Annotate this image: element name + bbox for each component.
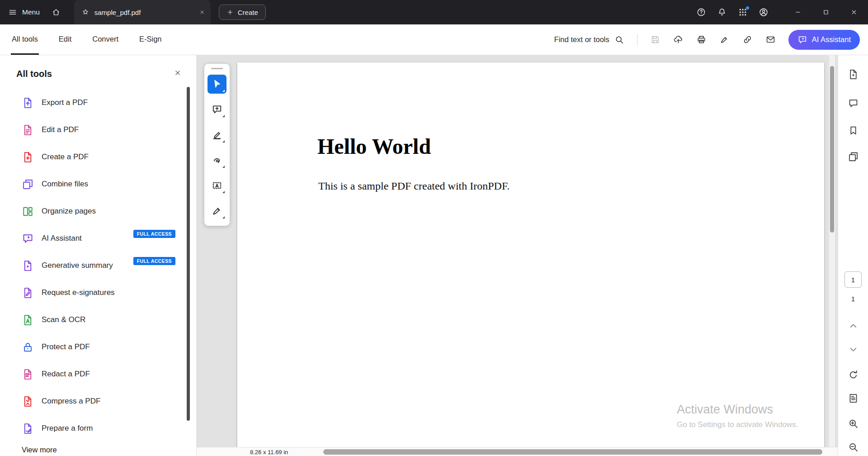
view-more-link[interactable]: View more	[0, 442, 196, 454]
document-tab[interactable]: sample_pdf.pdf	[74, 0, 211, 24]
sidebar-item-ai-assistant[interactable]: AI AssistantFULL ACCESS	[0, 225, 196, 252]
sidebar-item-label: Protect a PDF	[42, 342, 90, 352]
rotate-view-button[interactable]	[843, 365, 863, 385]
create-button[interactable]: Create	[219, 5, 266, 20]
bookmark-icon	[848, 125, 859, 136]
sidebar-item-organize-pages[interactable]: Organize pages	[0, 198, 196, 225]
request-signatures-icon	[22, 287, 34, 299]
star-icon	[81, 8, 90, 16]
notifications-button[interactable]	[712, 0, 732, 24]
pdf-body-text: This is a sample PDF created with IronPD…	[318, 180, 509, 192]
right-rail: 1 1	[838, 55, 868, 456]
page-number-input[interactable]: 1	[844, 271, 862, 288]
sidebar-item-label: Prepare a form	[42, 424, 93, 433]
find-text-or-tools-button[interactable]: Find text or tools	[554, 35, 624, 45]
sign-pen-icon	[719, 34, 730, 45]
horizontal-scrollbar-thumb[interactable]	[323, 449, 822, 455]
sidebar-item-generative-summary[interactable]: Generative summaryFULL ACCESS	[0, 252, 196, 279]
save-button[interactable]	[650, 34, 660, 45]
fill-sign-tool-icon	[211, 205, 223, 217]
toolbar-tab-convert[interactable]: Convert	[91, 24, 119, 55]
request-signature-button[interactable]	[719, 34, 730, 45]
toolbar-drag-handle[interactable]	[211, 68, 223, 69]
menu-button[interactable]: Menu	[8, 8, 40, 17]
panel-header: All tools	[0, 55, 196, 79]
tool-options-corner	[222, 140, 225, 142]
add-comment-tool-button[interactable]	[208, 100, 226, 119]
vertical-scrollbar-thumb[interactable]	[830, 66, 834, 233]
add-text-box-tool-button[interactable]	[208, 176, 226, 195]
share-link-button[interactable]	[742, 34, 753, 45]
toolbar-tab-all-tools[interactable]: All tools	[11, 24, 39, 55]
sidebar-item-prepare-a-form[interactable]: Prepare a form	[0, 415, 196, 442]
sidebar-item-request-e-signatures[interactable]: Request e-signatures	[0, 279, 196, 306]
tab-close-button[interactable]	[199, 9, 205, 15]
export-pdf-icon	[22, 97, 34, 109]
print-icon	[696, 34, 707, 45]
toolbar-tab-e-sign[interactable]: E-Sign	[138, 24, 163, 55]
tool-options-corner	[222, 191, 225, 193]
sidebar-item-scan-ocr[interactable]: Scan & OCR	[0, 306, 196, 333]
sidebar-item-label: Organize pages	[42, 207, 96, 216]
titlebar-right	[691, 0, 868, 24]
zoom-out-button[interactable]	[843, 437, 863, 456]
account-button[interactable]	[753, 0, 774, 24]
tool-options-corner	[222, 216, 225, 218]
fill-sign-tool-button[interactable]	[208, 201, 226, 220]
acrobat-window: Menu sample_pdf.pdf Create	[0, 0, 868, 456]
scan-ocr-icon	[22, 314, 34, 326]
sidebar-item-protect-a-pdf[interactable]: Protect a PDF	[0, 333, 196, 361]
generative-summary-button[interactable]	[843, 64, 863, 84]
page-size-label: 8.26 x 11.69 in	[250, 449, 288, 456]
menu-label: Menu	[22, 8, 40, 16]
window-controls	[784, 0, 868, 24]
sidebar-item-redact-a-pdf[interactable]: Redact a PDF	[0, 361, 196, 388]
close-window-button[interactable]	[840, 0, 868, 24]
rotate-icon	[848, 369, 859, 380]
sidebar-item-combine-files[interactable]: Combine files	[0, 171, 196, 198]
tab-title: sample_pdf.pdf	[94, 9, 194, 16]
save-to-cloud-button[interactable]	[673, 34, 684, 45]
apps-launcher-button[interactable]	[732, 0, 753, 24]
upload-cloud-icon	[673, 34, 684, 45]
titlebar: Menu sample_pdf.pdf Create	[0, 0, 868, 24]
sidebar-item-label: Compress a PDF	[42, 397, 100, 406]
close-icon	[199, 9, 205, 15]
sidebar-item-compress-a-pdf[interactable]: Compress a PDF	[0, 388, 196, 415]
previous-page-button[interactable]	[843, 316, 863, 336]
zoom-in-button[interactable]	[843, 413, 863, 433]
combine-files-icon	[22, 178, 34, 190]
minimize-button[interactable]	[784, 0, 812, 24]
panel-close-button[interactable]	[174, 69, 182, 77]
sidebar-scrollbar-thumb[interactable]	[187, 87, 190, 421]
send-email-button[interactable]	[765, 34, 776, 45]
create-label: Create	[238, 9, 258, 16]
page-thumbnails-button[interactable]	[843, 147, 863, 166]
ai-assistant-button[interactable]: AI Assistant	[788, 30, 860, 50]
toolbar-tabs: All toolsEditConvertE-Sign	[11, 24, 163, 55]
bottom-bar: 8.26 x 11.69 in	[197, 447, 838, 456]
comments-button[interactable]	[843, 93, 863, 113]
sidebar-item-edit-a-pdf[interactable]: Edit a PDF	[0, 116, 196, 143]
save-icon	[650, 34, 660, 45]
draw-tool-button[interactable]	[208, 151, 226, 170]
chevron-down-icon	[848, 344, 859, 355]
home-button[interactable]	[52, 8, 61, 17]
help-button[interactable]	[691, 0, 712, 24]
next-page-button[interactable]	[843, 339, 863, 359]
vertical-scrollbar[interactable]	[829, 55, 835, 447]
print-button[interactable]	[696, 34, 707, 45]
sidebar-item-label: Edit a PDF	[42, 125, 79, 134]
maximize-button[interactable]	[812, 0, 840, 24]
main-toolbar: All toolsEditConvertE-Sign Find text or …	[0, 24, 868, 55]
sidebar-item-create-a-pdf[interactable]: Create a PDF	[0, 143, 196, 171]
bookmarks-button[interactable]	[843, 120, 863, 140]
select-tool-button[interactable]	[208, 75, 226, 94]
create-pdf-icon	[22, 151, 34, 163]
toolbar-tab-edit[interactable]: Edit	[58, 24, 72, 55]
tool-options-corner	[222, 115, 225, 117]
highlight-tool-button[interactable]	[208, 125, 226, 144]
sidebar-item-export-a-pdf[interactable]: Export a PDF	[0, 89, 196, 116]
fit-one-page-button[interactable]	[843, 388, 863, 408]
pdf-heading: Hello World	[317, 134, 431, 159]
